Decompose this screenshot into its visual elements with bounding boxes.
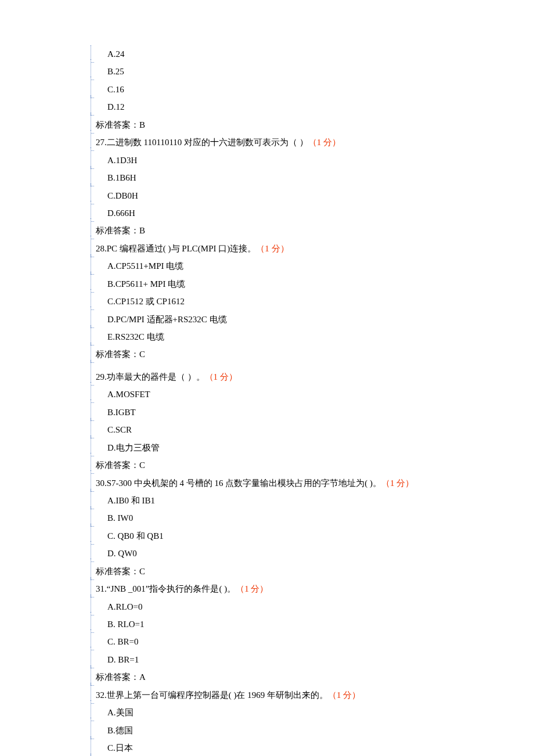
answer-value: B [139, 120, 145, 129]
option-text: C.日本 [96, 739, 476, 756]
option-text: D.PC/MPI 适配器+RS232C 电缆 [96, 311, 476, 328]
answer-prefix: 标准答案： [96, 672, 139, 682]
question-stem-text: 27.二进制数 110110110 对应的十六进制数可表示为（ ） [96, 138, 308, 147]
points-label: （1 分） [236, 584, 268, 593]
option-text: C.CP1512 或 CP1612 [96, 293, 476, 310]
option-text: B. RLO=1 [96, 615, 476, 633]
option-text: B.1B6H [96, 169, 476, 186]
answer-prefix: 标准答案： [96, 567, 139, 576]
question-stem: 31.“JNB _001”指令执行的条件是( )。（1 分） [96, 580, 476, 597]
answer-line: 标准答案：B [96, 116, 476, 134]
points-label: （1 分） [381, 478, 414, 488]
option-text: D.666H [96, 204, 476, 222]
points-label: （1 分） [205, 372, 237, 381]
option-text: A.RLO=0 [96, 598, 476, 615]
option-text: D.12 [96, 98, 476, 116]
answer-line: 标准答案：C [96, 563, 476, 580]
option-text: B. IW0 [96, 509, 476, 527]
question-stem: 32.世界上第一台可编程序控制器是( )在 1969 年研制出来的。（1 分） [96, 686, 476, 704]
option-text: A.24 [96, 45, 476, 63]
option-text: C.SCR [96, 421, 476, 438]
question-stem-text: 29.功率最大的器件是（ ）。 [96, 372, 205, 381]
points-label: （1 分） [328, 690, 360, 700]
question-stem: 30.S7-300 中央机架的 4 号槽的 16 点数字量输出模块占用的字节地址… [96, 474, 476, 492]
points-label: （1 分） [308, 138, 341, 147]
option-text: B.德国 [96, 722, 476, 739]
question-stem-text: 31.“JNB _001”指令执行的条件是( )。 [96, 584, 236, 593]
option-text: A.IB0 和 IB1 [96, 492, 476, 509]
question-stem-text: 28.PC 编程器通过( )与 PLC(MPI 口)连接。 [96, 244, 256, 253]
option-text: B.IGBT [96, 404, 476, 421]
document-page: A.24B.25C.16D.12标准答案：B27.二进制数 110110110 … [0, 0, 534, 756]
answer-value: A [139, 672, 146, 682]
option-text: C.16 [96, 81, 476, 98]
answer-prefix: 标准答案： [96, 226, 139, 235]
option-text: B.CP5611+ MPI 电缆 [96, 275, 476, 293]
option-text: D.电力三极管 [96, 439, 476, 456]
answer-value: C [139, 460, 145, 470]
answer-prefix: 标准答案： [96, 460, 139, 470]
points-label: （1 分） [256, 244, 288, 253]
question-stem: 27.二进制数 110110110 对应的十六进制数可表示为（ ）（1 分） [96, 134, 476, 151]
answer-line: 标准答案：A [96, 668, 476, 686]
option-text: D. QW0 [96, 545, 476, 562]
spacing [96, 363, 476, 368]
option-text: C.DB0H [96, 187, 476, 204]
answer-value: C [139, 350, 145, 359]
option-text: C. BR=0 [96, 633, 476, 650]
answer-value: B [139, 226, 145, 235]
option-text: D. BR=1 [96, 651, 476, 668]
question-stem: 29.功率最大的器件是（ ）。（1 分） [96, 368, 476, 386]
option-text: A.CP5511+MPI 电缆 [96, 257, 476, 275]
option-text: B.25 [96, 63, 476, 80]
question-stem-text: 30.S7-300 中央机架的 4 号槽的 16 点数字量输出模块占用的字节地址… [96, 478, 381, 488]
answer-line: 标准答案：C [96, 345, 476, 363]
option-text: A.MOSFET [96, 386, 476, 403]
answer-line: 标准答案：C [96, 456, 476, 474]
content-area: A.24B.25C.16D.12标准答案：B27.二进制数 110110110 … [96, 45, 476, 756]
answer-line: 标准答案：B [96, 222, 476, 239]
option-text: A.1D3H [96, 152, 476, 169]
answer-value: C [139, 567, 145, 576]
question-stem-text: 32.世界上第一台可编程序控制器是( )在 1969 年研制出来的。 [96, 690, 328, 700]
answer-prefix: 标准答案： [96, 350, 139, 359]
answer-prefix: 标准答案： [96, 120, 139, 129]
question-stem: 28.PC 编程器通过( )与 PLC(MPI 口)连接。（1 分） [96, 240, 476, 257]
option-text: E.RS232C 电缆 [96, 328, 476, 345]
option-text: C. QB0 和 QB1 [96, 527, 476, 545]
option-text: A.美国 [96, 704, 476, 721]
